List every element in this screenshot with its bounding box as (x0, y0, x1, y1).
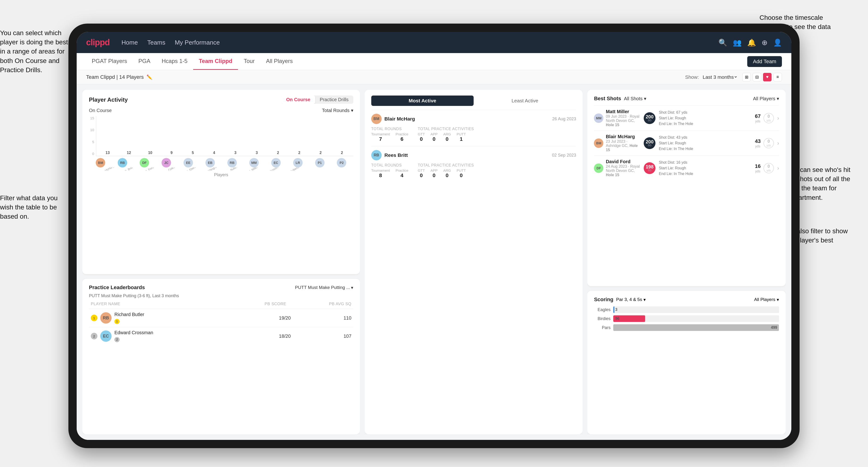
tab-pga[interactable]: PGA (133, 53, 156, 70)
tab-pgat-players[interactable]: PGAT Players (86, 53, 133, 70)
avatar-8: MM (249, 158, 259, 167)
bar-r-britt[interactable]: 12 (119, 151, 138, 156)
active-avatar-1: BM (371, 114, 382, 124)
leaderboard-filter[interactable]: PUTT Must Make Putting ... ▾ (295, 285, 353, 290)
shot-info-2: Shot Dist: 43 ydsStart Lie: RoughEnd Lie… (659, 135, 751, 152)
bar-2b[interactable]: 2 (290, 151, 309, 156)
show-label: Show: (685, 74, 699, 80)
avatar-5: EE (184, 158, 193, 167)
search-icon[interactable]: 🔍 (718, 38, 727, 47)
practice-drills-toggle[interactable]: Practice Drills (315, 96, 353, 104)
tab-tour[interactable]: Tour (238, 53, 260, 70)
shot-stat-group-1: 67 yds 0 yds (755, 113, 774, 123)
tablet-screen: clippd Home Teams My Performance 🔍 👥 🔔 ⊕… (76, 32, 791, 440)
bar-5[interactable]: 5 (183, 151, 202, 156)
activity-tabs-card: Most Active Least Active BM Blair McHarg… (365, 90, 583, 434)
shot-row-blair-mcharg[interactable]: BM Blair McHarg 23 Jul 2023 · Ashridge G… (594, 130, 779, 155)
lb-name-1: Richard Butler 1 (115, 312, 230, 324)
nav-links: Home Teams My Performance (121, 39, 220, 46)
nav-link-teams[interactable]: Teams (147, 39, 165, 46)
edit-icon[interactable]: ✏️ (147, 74, 152, 80)
bar-2d[interactable]: 2 (332, 151, 351, 156)
add-icon[interactable]: ⊕ (762, 38, 768, 47)
all-shots-filter[interactable]: All Shots ▾ (624, 96, 646, 101)
tab-team-clippd[interactable]: Team Clippd (193, 53, 238, 70)
chart-filter[interactable]: Total Rounds ▾ (322, 107, 353, 113)
shot-badge-1: 200 SG (644, 112, 655, 124)
list-view-btn[interactable]: ⊟ (753, 73, 761, 81)
active-stats-row-2: Total Rounds Tournament 8 Practice 4 (371, 163, 576, 179)
bar-3b[interactable]: 3 (247, 151, 266, 156)
heart-view-btn[interactable]: ♥ (763, 73, 772, 81)
all-players-filter[interactable]: All Players ▾ (753, 96, 779, 101)
active-player-date-2: 02 Sep 2023 (552, 153, 576, 158)
bar-j-coles[interactable]: 9 (162, 151, 181, 156)
nav-logo: clippd (86, 37, 110, 48)
bar-2a[interactable]: 2 (269, 151, 287, 156)
nav-bar: clippd Home Teams My Performance 🔍 👥 🔔 ⊕… (76, 32, 791, 53)
shot-stat-group-2: 43 yds 0 yds (755, 138, 774, 148)
tablet-frame: clippd Home Teams My Performance 🔍 👥 🔔 ⊕… (68, 24, 800, 448)
avatar-11: P1 (315, 158, 324, 167)
total-practice-group-2: Total Practice Activities GTT 0 APP 0 (418, 163, 474, 179)
x-axis-avatars: BM RB DF JC EE EB RB MM EC LR P1 P2 (89, 156, 353, 167)
shot-arrow-1: › (777, 115, 779, 121)
bar-4[interactable]: 4 (205, 151, 224, 156)
avatar-12: P2 (337, 158, 346, 167)
lb-avg-2: 107 (294, 334, 351, 339)
grid-view-btn[interactable]: ⊞ (742, 73, 751, 81)
scoring-filter-1[interactable]: Par 3, 4 & 5s ▾ (616, 297, 646, 302)
tab-all-players[interactable]: All Players (260, 53, 299, 70)
avatar-10: LR (293, 158, 303, 167)
leaderboard-title: Practice Leaderboards (89, 284, 145, 290)
lb-avg-1: 110 (294, 315, 351, 321)
active-player-date-1: 26 Aug 2023 (552, 117, 576, 121)
scoring-bar-birdies: Birdies 96 (594, 315, 779, 322)
on-course-label: On Course (89, 108, 112, 113)
least-active-tab[interactable]: Least Active (474, 96, 576, 106)
nav-link-home[interactable]: Home (121, 39, 138, 46)
bar-b-mcharg[interactable]: 13 (98, 151, 117, 156)
best-shots-card: Best Shots All Shots ▾ All Players ▾ (587, 90, 786, 286)
add-team-button[interactable]: Add Team (747, 56, 782, 67)
lb-name-2: Edward Crossman 2 (115, 330, 230, 342)
avatar-1: BM (96, 158, 105, 167)
lb-pb-2: 18/20 (233, 334, 290, 339)
bell-icon[interactable]: 🔔 (747, 38, 756, 47)
total-rounds-group-1: Total Rounds Tournament 7 Practice 6 (371, 127, 408, 142)
scoring-header: Scoring Par 3, 4 & 5s ▾ All Players ▾ (594, 297, 779, 303)
scoring-filter-2[interactable]: All Players ▾ (754, 297, 779, 302)
users-icon[interactable]: 👥 (733, 38, 742, 47)
nav-link-performance[interactable]: My Performance (175, 39, 220, 46)
leaderboard-header: Practice Leaderboards PUTT Must Make Put… (89, 284, 353, 290)
profile-icon[interactable]: 👤 (773, 38, 782, 47)
on-course-toggle[interactable]: On Course (281, 96, 315, 104)
filter-view-btn[interactable]: ≡ (773, 73, 782, 81)
shot-row-matt-miller[interactable]: MM Matt Miller 09 Jun 2023 · Royal North… (594, 105, 779, 130)
shot-info-1: Shot Dist: 67 ydsStart Lie: RoughEnd Lie… (659, 110, 751, 127)
leaderboard-subtitle: PUTT Must Make Putting (3-6 ft), Last 3 … (89, 293, 353, 299)
shot-avatar-1: MM (594, 114, 603, 123)
shot-arrow-2: › (777, 140, 779, 147)
lb-col-player-name: PLAYER NAME (91, 302, 221, 306)
active-player-header-2: RB Rees Britt 02 Sep 2023 (371, 150, 576, 160)
shot-info-3: Shot Dist: 16 ydsStart Lie: RoughEnd Lie… (659, 160, 751, 177)
card-header: Player Activity On Course Practice Drill… (89, 96, 353, 104)
scoring-title: Scoring (594, 297, 613, 303)
tab-hcaps[interactable]: Hcaps 1-5 (156, 53, 193, 70)
shot-row-david-ford[interactable]: DF David Ford 24 Aug 2023 · Royal North … (594, 155, 779, 181)
most-active-tab[interactable]: Most Active (371, 96, 474, 106)
lb-pb-1: 19/20 (233, 315, 290, 321)
bar-2c[interactable]: 2 (311, 151, 330, 156)
bar-d-ford[interactable]: 10 (141, 151, 160, 156)
lb-col-pb: PB SCORE (221, 302, 286, 306)
bar-3a[interactable]: 3 (226, 151, 245, 156)
show-select[interactable]: Last 3 months Last month Last 6 months L… (702, 74, 738, 80)
lb-row-1[interactable]: 1 RB Richard Butler 1 19/20 110 (89, 309, 353, 327)
chart-subheader: On Course Total Rounds ▾ (89, 107, 353, 113)
shot-avatar-3: DF (594, 163, 603, 173)
total-rounds-group-2: Total Rounds Tournament 8 Practice 4 (371, 163, 408, 179)
avatar-4: JC (161, 158, 171, 167)
active-player-header-1: BM Blair McHarg 26 Aug 2023 (371, 114, 576, 124)
lb-row-2[interactable]: 2 EC Edward Crossman 2 18/20 107 (89, 327, 353, 345)
